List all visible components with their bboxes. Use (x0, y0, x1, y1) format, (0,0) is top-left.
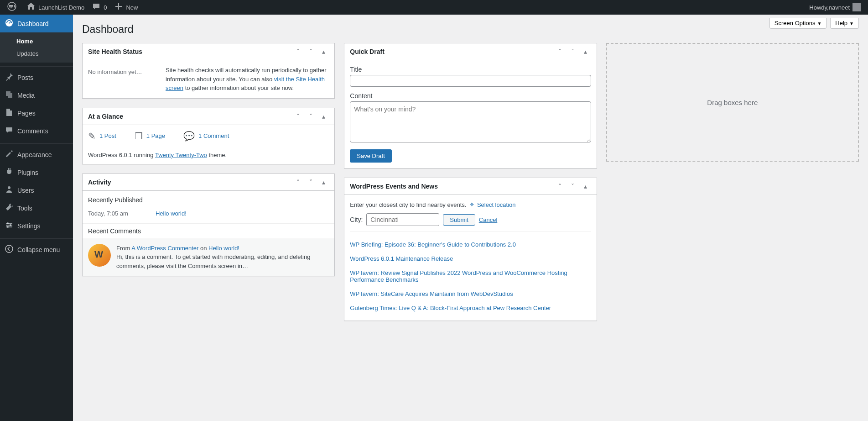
toggle-panel-button[interactable]: ▴ (580, 46, 591, 57)
comments-icon (5, 126, 14, 136)
submit-location-button[interactable]: Submit (443, 214, 475, 226)
site-name: LaunchList Demo (38, 4, 84, 11)
menu-posts[interactable]: Posts (0, 68, 73, 86)
appearance-icon (5, 149, 14, 160)
move-up-button[interactable]: ˄ (292, 46, 303, 57)
commenter-link[interactable]: A WordPress Commenter (131, 245, 198, 252)
news-item: WP Briefing: Episode 36: Beginner's Guid… (350, 237, 591, 252)
tools-icon (5, 203, 14, 213)
comment-icon: 💬 (183, 131, 195, 142)
news-link[interactable]: WP Briefing: Episode 36: Beginner's Guid… (350, 241, 516, 248)
move-down-button[interactable]: ˅ (305, 111, 316, 122)
pin-icon: ✎ (88, 131, 96, 142)
page-icon: ❐ (135, 131, 143, 142)
plus-icon (114, 2, 123, 13)
menu-appearance[interactable]: Appearance (0, 146, 73, 163)
svg-point-6 (10, 224, 11, 226)
menu-pages[interactable]: Pages (0, 104, 73, 122)
media-icon (5, 90, 14, 100)
plugin-icon (5, 167, 14, 178)
glance-title: At a Glance (88, 108, 292, 125)
draft-content-textarea[interactable] (350, 101, 591, 142)
news-item: Gutenberg Times: Live Q & A: Block-First… (350, 301, 591, 315)
svg-point-1 (8, 186, 10, 189)
move-down-button[interactable]: ˅ (305, 46, 316, 57)
empty-dropzone[interactable]: Drag boxes here (606, 43, 859, 162)
page-icon (5, 108, 14, 118)
commenter-avatar (88, 244, 111, 267)
menu-comments[interactable]: Comments (0, 122, 73, 140)
menu-plugins[interactable]: Plugins (0, 163, 73, 181)
activity-title: Activity (88, 174, 292, 190)
draft-title-label: Title (350, 66, 591, 73)
save-draft-button[interactable]: Save Draft (350, 149, 391, 163)
move-down-button[interactable]: ˅ (567, 46, 578, 57)
menu-tools[interactable]: Tools (0, 199, 73, 217)
menu-settings[interactable]: Settings (0, 217, 73, 235)
help-button[interactable]: Help▼ (830, 18, 859, 29)
toggle-panel-button[interactable]: ▴ (318, 46, 329, 57)
wordpress-icon (7, 2, 16, 13)
wp-logo[interactable] (4, 0, 23, 15)
published-post-link[interactable]: Hello world! (156, 210, 187, 217)
screen-options-button[interactable]: Screen Options▼ (769, 18, 827, 29)
svg-point-8 (5, 245, 13, 253)
adminbar-comments[interactable]: 0 (88, 0, 110, 15)
toggle-panel-button[interactable]: ▴ (318, 177, 329, 188)
news-item: WPTavern: SiteCare Acquires Maintainn fr… (350, 287, 591, 301)
move-down-button[interactable]: ˅ (567, 181, 578, 192)
comment-item: From A WordPress Commenter on Hello worl… (83, 238, 334, 276)
at-a-glance-widget: At a Glance ˄ ˅ ▴ ✎1 Post ❐1 Page (82, 108, 335, 164)
home-icon (26, 2, 36, 13)
menu-dashboard[interactable]: Dashboard (0, 15, 73, 32)
dropzone-label: Drag boxes here (707, 99, 758, 106)
svg-point-7 (7, 226, 9, 228)
glance-posts[interactable]: ✎1 Post (88, 131, 116, 142)
chevron-down-icon: ▼ (817, 21, 821, 26)
submenu-updates[interactable]: Updates (0, 47, 73, 60)
news-item: WPTavern: Review Signal Publishes 2022 W… (350, 266, 591, 287)
cancel-location-link[interactable]: Cancel (479, 216, 497, 223)
health-no-info: No information yet… (88, 66, 156, 75)
news-link[interactable]: Gutenberg Times: Live Q & A: Block-First… (350, 305, 551, 311)
new-label: New (126, 4, 138, 11)
comments-count: 0 (104, 4, 107, 11)
submenu-home[interactable]: Home (0, 35, 73, 47)
toggle-panel-button[interactable]: ▴ (580, 181, 591, 192)
site-name-link[interactable]: LaunchList Demo (23, 0, 88, 15)
glance-comments[interactable]: 💬1 Comment (183, 131, 229, 142)
collapse-menu[interactable]: Collapse menu (0, 241, 73, 258)
find-prompt: Enter your closest city to find nearby e… (350, 201, 466, 208)
comment-post-link[interactable]: Hello world! (208, 245, 239, 252)
toggle-panel-button[interactable]: ▴ (318, 111, 329, 122)
news-link[interactable]: WPTavern: Review Signal Publishes 2022 W… (350, 269, 567, 283)
move-down-button[interactable]: ˅ (305, 177, 316, 188)
users-icon (5, 185, 14, 195)
my-account[interactable]: Howdy, navneet (806, 0, 864, 15)
menu-media[interactable]: Media (0, 86, 73, 104)
move-up-button[interactable]: ˄ (292, 177, 303, 188)
dashboard-icon (5, 18, 14, 29)
news-link[interactable]: WPTavern: SiteCare Acquires Maintainn fr… (350, 290, 513, 297)
chevron-down-icon: ▼ (849, 21, 854, 26)
comment-meta: From A WordPress Commenter on Hello worl… (116, 244, 329, 253)
theme-link[interactable]: Twenty Twenty-Two (155, 152, 207, 158)
glance-pages[interactable]: ❐1 Page (135, 131, 165, 142)
comment-icon (92, 2, 101, 13)
menu-users[interactable]: Users (0, 181, 73, 199)
news-title: WordPress Events and News (350, 178, 554, 195)
quick-draft-title: Quick Draft (350, 43, 554, 60)
recent-comments-heading: Recent Comments (88, 227, 329, 235)
comment-body: Hi, this is a comment. To get started wi… (116, 253, 329, 270)
collapse-icon (5, 244, 14, 255)
draft-title-input[interactable] (350, 75, 591, 87)
select-location-link[interactable]: Select location (477, 201, 516, 208)
news-link[interactable]: WordPress 6.0.1 Maintenance Release (350, 255, 453, 262)
news-widget: WordPress Events and News ˄ ˅ ▴ Enter yo… (344, 178, 597, 321)
city-input[interactable] (366, 213, 439, 226)
move-up-button[interactable]: ˄ (555, 181, 566, 192)
move-up-button[interactable]: ˄ (555, 46, 566, 57)
adminbar-new[interactable]: New (110, 0, 141, 15)
settings-icon (5, 221, 14, 231)
move-up-button[interactable]: ˄ (292, 111, 303, 122)
